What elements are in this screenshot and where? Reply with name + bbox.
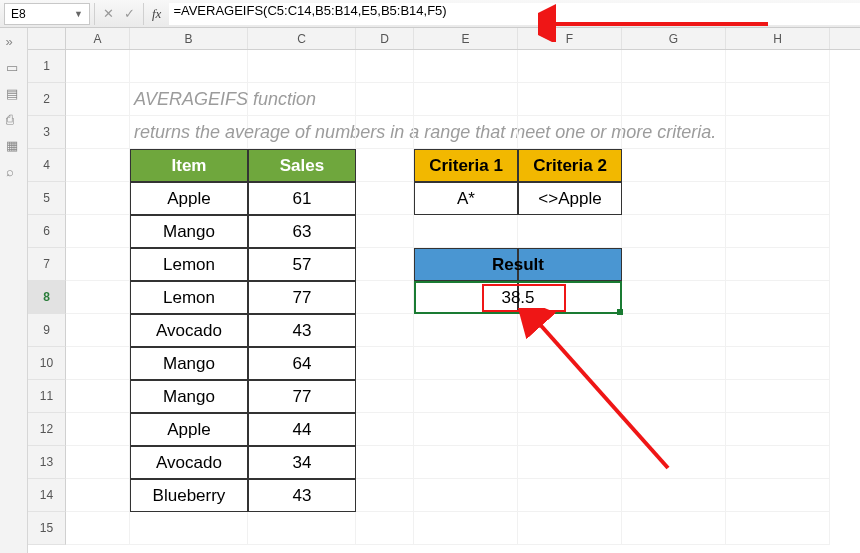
cell[interactable] bbox=[130, 50, 248, 83]
formula-input[interactable]: =AVERAGEIFS(C5:C14,B5:B14,E5,B5:B14,F5) bbox=[169, 3, 860, 25]
cell[interactable] bbox=[622, 149, 726, 182]
cell[interactable] bbox=[414, 446, 518, 479]
cell[interactable] bbox=[622, 281, 726, 314]
col-header-A[interactable]: A bbox=[66, 28, 130, 49]
cell[interactable] bbox=[66, 215, 130, 248]
cell[interactable] bbox=[356, 380, 414, 413]
row-header[interactable]: 14 bbox=[28, 479, 66, 512]
clipboard-icon[interactable]: ▭ bbox=[6, 60, 22, 74]
row-header[interactable]: 6 bbox=[28, 215, 66, 248]
cell[interactable] bbox=[66, 50, 130, 83]
title-line1[interactable]: AVERAGEIFS function bbox=[130, 83, 248, 116]
cell[interactable] bbox=[248, 512, 356, 545]
cell[interactable] bbox=[248, 83, 356, 116]
cell[interactable] bbox=[356, 83, 414, 116]
cell[interactable] bbox=[622, 50, 726, 83]
col-header-G[interactable]: G bbox=[622, 28, 726, 49]
cell[interactable] bbox=[414, 413, 518, 446]
cell[interactable] bbox=[622, 314, 726, 347]
cell[interactable] bbox=[356, 347, 414, 380]
cell[interactable] bbox=[66, 83, 130, 116]
cell[interactable] bbox=[66, 182, 130, 215]
sales-cell[interactable]: 57 bbox=[248, 248, 356, 281]
cell[interactable] bbox=[356, 116, 414, 149]
table-icon[interactable]: ▦ bbox=[6, 138, 22, 152]
col-header-E[interactable]: E bbox=[414, 28, 518, 49]
paste-icon[interactable]: ▤ bbox=[6, 86, 22, 100]
cell[interactable] bbox=[726, 182, 830, 215]
confirm-icon[interactable]: ✓ bbox=[124, 6, 135, 21]
cancel-icon[interactable]: ✕ bbox=[103, 6, 114, 21]
item-cell[interactable]: Apple bbox=[130, 182, 248, 215]
cell[interactable] bbox=[518, 314, 622, 347]
cell[interactable] bbox=[726, 413, 830, 446]
cell[interactable] bbox=[248, 116, 356, 149]
result-header-l[interactable] bbox=[414, 248, 518, 281]
col-header-B[interactable]: B bbox=[130, 28, 248, 49]
cell[interactable] bbox=[66, 281, 130, 314]
row-header-selected[interactable]: 8 bbox=[28, 281, 66, 314]
sales-header[interactable]: Sales bbox=[248, 149, 356, 182]
row-header[interactable]: 15 bbox=[28, 512, 66, 545]
sales-cell[interactable]: 77 bbox=[248, 281, 356, 314]
cell[interactable] bbox=[518, 50, 622, 83]
row-header[interactable]: 12 bbox=[28, 413, 66, 446]
select-all-corner[interactable] bbox=[28, 28, 66, 49]
item-header[interactable]: Item bbox=[130, 149, 248, 182]
cell[interactable] bbox=[726, 116, 830, 149]
cell[interactable] bbox=[356, 50, 414, 83]
cell[interactable] bbox=[518, 83, 622, 116]
col-header-F[interactable]: F bbox=[518, 28, 622, 49]
sales-cell[interactable]: 64 bbox=[248, 347, 356, 380]
cell[interactable] bbox=[622, 248, 726, 281]
cell[interactable] bbox=[356, 512, 414, 545]
sales-cell[interactable]: 43 bbox=[248, 314, 356, 347]
print-icon[interactable]: ⎙ bbox=[6, 112, 22, 126]
item-cell[interactable]: Blueberry bbox=[130, 479, 248, 512]
cell[interactable] bbox=[622, 413, 726, 446]
sales-cell[interactable]: 77 bbox=[248, 380, 356, 413]
cell[interactable] bbox=[726, 479, 830, 512]
cell[interactable] bbox=[356, 314, 414, 347]
cell[interactable] bbox=[518, 512, 622, 545]
item-cell[interactable]: Mango bbox=[130, 380, 248, 413]
item-cell[interactable]: Avocado bbox=[130, 446, 248, 479]
cell[interactable] bbox=[726, 314, 830, 347]
cell[interactable] bbox=[622, 479, 726, 512]
col-header-D[interactable]: D bbox=[356, 28, 414, 49]
chevron-down-icon[interactable]: ▼ bbox=[74, 9, 83, 19]
row-header[interactable]: 10 bbox=[28, 347, 66, 380]
sales-cell[interactable]: 61 bbox=[248, 182, 356, 215]
cell[interactable] bbox=[66, 248, 130, 281]
cell[interactable] bbox=[726, 512, 830, 545]
cell[interactable] bbox=[518, 413, 622, 446]
item-cell[interactable]: Mango bbox=[130, 215, 248, 248]
cell[interactable] bbox=[414, 347, 518, 380]
cell[interactable] bbox=[356, 248, 414, 281]
col-header-C[interactable]: C bbox=[248, 28, 356, 49]
cell[interactable] bbox=[66, 347, 130, 380]
row-header[interactable]: 5 bbox=[28, 182, 66, 215]
cell[interactable] bbox=[66, 479, 130, 512]
cell[interactable] bbox=[622, 446, 726, 479]
cell[interactable] bbox=[66, 314, 130, 347]
item-cell[interactable]: Avocado bbox=[130, 314, 248, 347]
cell[interactable] bbox=[622, 116, 726, 149]
cell[interactable] bbox=[518, 446, 622, 479]
result-cell-l[interactable] bbox=[414, 281, 518, 314]
cell[interactable] bbox=[414, 314, 518, 347]
cell[interactable] bbox=[66, 380, 130, 413]
cell[interactable] bbox=[66, 512, 130, 545]
item-cell[interactable]: Apple bbox=[130, 413, 248, 446]
cell[interactable] bbox=[518, 116, 622, 149]
item-cell[interactable]: Mango bbox=[130, 347, 248, 380]
sales-cell[interactable]: 34 bbox=[248, 446, 356, 479]
criteria2-header[interactable]: Criteria 2 bbox=[518, 149, 622, 182]
sales-cell[interactable]: 63 bbox=[248, 215, 356, 248]
cell[interactable] bbox=[356, 149, 414, 182]
cell[interactable] bbox=[66, 116, 130, 149]
cell[interactable] bbox=[622, 347, 726, 380]
sales-cell[interactable]: 43 bbox=[248, 479, 356, 512]
cell[interactable] bbox=[726, 347, 830, 380]
find-icon[interactable]: ⌕ bbox=[6, 164, 22, 178]
